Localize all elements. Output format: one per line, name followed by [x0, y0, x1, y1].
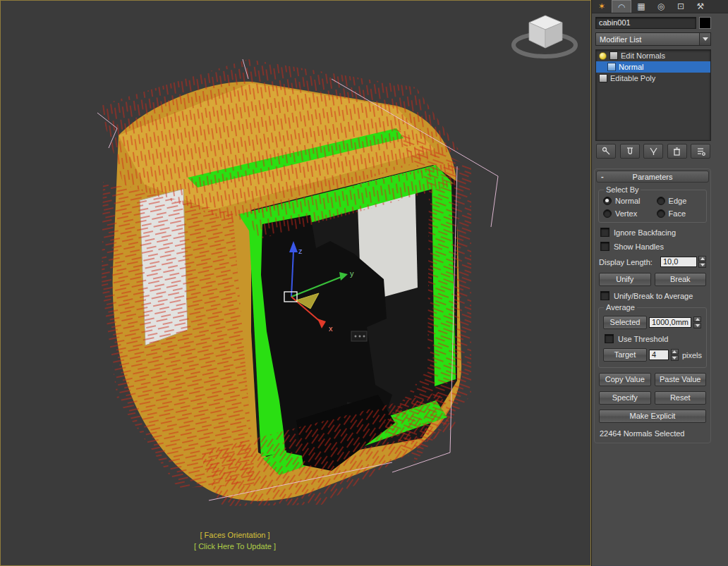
make-unique-icon[interactable]: [643, 144, 663, 159]
radio-dot: [657, 197, 665, 205]
display-length-spinner[interactable]: [698, 256, 706, 268]
select-by-label: Select By: [604, 185, 641, 194]
radio-dot: [657, 209, 665, 218]
break-button[interactable]: Break: [655, 273, 707, 286]
xview-faces-orientation-label[interactable]: [ Faces Orientation ]: [200, 531, 269, 539]
viewport-canvas[interactable]: z y x [ Faces Orientation ] [ Click Here…: [0, 0, 591, 566]
copy-value-button[interactable]: Copy Value: [599, 373, 651, 386]
checkbox: [605, 334, 614, 343]
target-pixels-input[interactable]: 4: [649, 350, 669, 360]
tab-modify[interactable]: ◠: [612, 0, 631, 13]
utilities-icon: ⚒: [697, 1, 705, 11]
radio-label: Normal: [615, 197, 640, 205]
radio-face[interactable]: Face: [657, 209, 702, 218]
spinner-down[interactable]: [671, 355, 679, 361]
pixels-label: pixels: [682, 351, 702, 359]
stack-item-label: Editable Poly: [610, 74, 655, 82]
object-name-field[interactable]: cabin001: [595, 17, 696, 29]
axis-label-z: z: [298, 247, 303, 255]
average-label: Average: [604, 303, 637, 312]
checkbox-label: Ignore Backfacing: [614, 228, 676, 237]
average-threshold-spinner[interactable]: [693, 316, 701, 328]
radio-label: Vertex: [615, 209, 637, 218]
rollout-title: Parameters: [597, 173, 708, 181]
xview-update-link[interactable]: [ Click Here To Update ]: [194, 542, 276, 550]
specify-button[interactable]: Specify: [599, 391, 651, 405]
average-target-button[interactable]: Target: [603, 348, 647, 362]
pin-stack-icon[interactable]: [596, 144, 616, 159]
parameters-rollout: - Parameters Select By Normal Edge: [594, 168, 711, 443]
modifier-list-dropdown[interactable]: Modifier List: [595, 32, 711, 46]
parameters-rollout-header[interactable]: - Parameters: [596, 171, 709, 183]
average-threshold-input[interactable]: 1000,0mm: [649, 317, 691, 328]
radio-edge[interactable]: Edge: [657, 197, 702, 205]
application-window: z y x [ Faces Orientation ] [ Click Here…: [0, 0, 728, 566]
radio-dot: [603, 209, 612, 218]
tab-create[interactable]: ✶: [592, 0, 612, 13]
remove-modifier-icon[interactable]: [667, 144, 687, 159]
modifier-icon: [609, 51, 618, 60]
spinner-up[interactable]: [693, 316, 701, 322]
radio-label: Face: [669, 209, 686, 218]
editable-poly-icon: [599, 74, 607, 82]
checkbox-label: Unify/Break to Average: [614, 292, 693, 300]
subobject-icon: [607, 63, 616, 71]
configure-modifier-sets-icon[interactable]: [691, 144, 710, 159]
tab-display[interactable]: ⊡: [671, 0, 691, 13]
reset-button[interactable]: Reset: [655, 391, 707, 405]
unify-break-average-checkbox[interactable]: Unify/Break to Average: [600, 291, 705, 300]
stack-item-editable-poly[interactable]: Editable Poly: [596, 73, 710, 84]
radio-vertex[interactable]: Vertex: [603, 209, 657, 218]
command-panel: ✶ ◠ ▦ ◎ ⊡ ⚒ cabin001 Modifier List: [591, 0, 728, 566]
checkbox: [600, 228, 609, 237]
stack-item-edit-normals[interactable]: Edit Normals: [596, 50, 710, 61]
paste-value-button[interactable]: Paste Value: [655, 373, 707, 386]
normals-selected-status: 22464 Normals Selected: [600, 429, 705, 438]
modifier-list-label: Modifier List: [596, 35, 699, 44]
chevron-down-icon[interactable]: [699, 33, 710, 45]
viewport-3d[interactable]: z y x [ Faces Orientation ] [ Click Here…: [0, 0, 591, 566]
spinner-up[interactable]: [671, 349, 679, 355]
collapse-icon: -: [601, 171, 604, 182]
checkbox-label: Use Threshold: [618, 335, 668, 343]
create-icon: ✶: [598, 1, 605, 11]
unify-button[interactable]: Unify: [599, 273, 651, 286]
command-panel-tabs: ✶ ◠ ▦ ◎ ⊡ ⚒: [592, 0, 728, 13]
display-length-input[interactable]: 10,0: [660, 257, 697, 267]
radio-normal[interactable]: Normal: [603, 197, 657, 205]
target-pixels-spinner[interactable]: [671, 349, 679, 361]
stack-item-normal[interactable]: Normal: [596, 61, 710, 73]
show-end-result-icon[interactable]: [620, 144, 640, 159]
show-handles-checkbox[interactable]: Show Handles: [600, 242, 705, 251]
display-icon: ⊡: [677, 1, 684, 11]
object-color-swatch[interactable]: [699, 17, 711, 29]
stack-item-label: Edit Normals: [621, 51, 665, 60]
motion-icon: ◎: [657, 1, 665, 11]
checkbox: [600, 291, 609, 300]
display-length-row: Display Length: 10,0: [599, 256, 706, 268]
display-length-label: Display Length:: [599, 258, 659, 266]
axis-label-y: y: [350, 269, 354, 278]
checkbox: [600, 242, 609, 251]
hierarchy-icon: ▦: [637, 1, 645, 11]
use-threshold-checkbox[interactable]: Use Threshold: [605, 334, 696, 343]
radio-dot: [603, 197, 612, 205]
spinner-down[interactable]: [698, 262, 706, 268]
tab-utilities[interactable]: ⚒: [691, 0, 710, 13]
make-explicit-button[interactable]: Make Explicit: [599, 410, 706, 423]
spinner-down[interactable]: [693, 323, 701, 328]
radio-label: Edge: [669, 197, 687, 205]
tab-motion[interactable]: ◎: [651, 0, 671, 13]
stack-item-label: Normal: [619, 63, 643, 71]
axis-label-x: x: [329, 324, 333, 333]
ignore-backfacing-checkbox[interactable]: Ignore Backfacing: [600, 228, 705, 237]
modify-icon: ◠: [618, 2, 625, 12]
spinner-up[interactable]: [698, 256, 706, 262]
visibility-bulb-icon[interactable]: [599, 52, 607, 60]
stack-toolbar: [595, 144, 711, 159]
modifier-stack: Edit Normals Normal Editable Poly: [595, 49, 711, 141]
tab-hierarchy[interactable]: ▦: [631, 0, 651, 13]
average-selected-button[interactable]: Selected: [603, 316, 647, 329]
average-group: Average Selected 1000,0mm Use Threshold …: [598, 307, 707, 368]
select-by-group: Select By Normal Edge Vertex: [598, 190, 707, 223]
